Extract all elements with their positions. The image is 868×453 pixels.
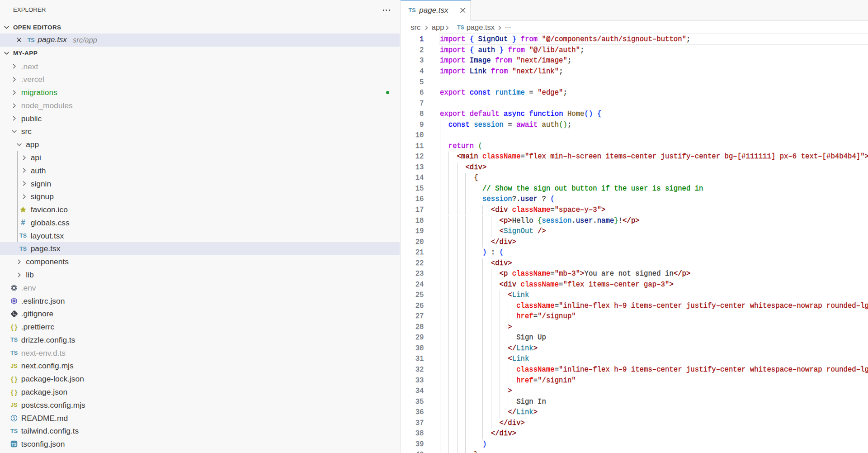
svg-text:TS: TS: [12, 442, 17, 447]
